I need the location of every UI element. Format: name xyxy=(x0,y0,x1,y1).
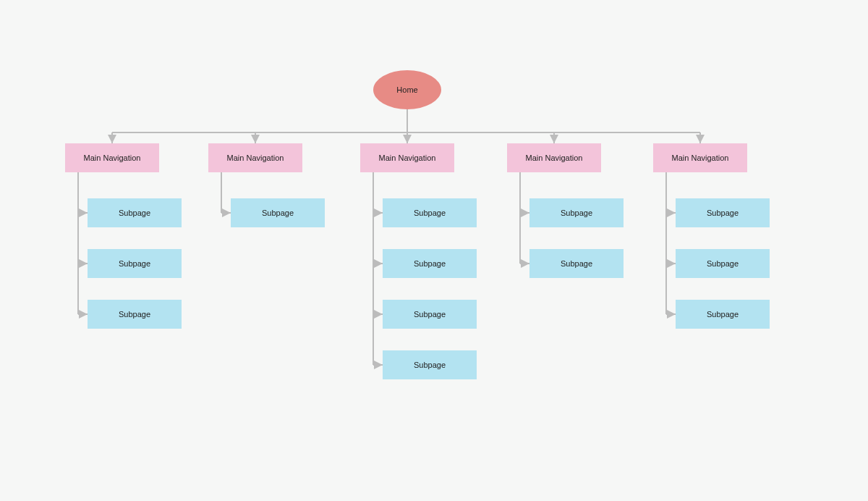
home-node: Home xyxy=(373,70,441,109)
sub-node-5-2-label: Subpage xyxy=(707,259,739,268)
sub-node-1-1-label: Subpage xyxy=(119,209,150,217)
sub-node-1-3-label: Subpage xyxy=(119,310,150,319)
sub-node-1-3: Subpage xyxy=(88,300,182,329)
sub-node-3-2-label: Subpage xyxy=(414,259,446,268)
nav-node-2-label: Main Navigation xyxy=(227,153,284,162)
sub-node-5-3: Subpage xyxy=(676,300,770,329)
nav-node-3-label: Main Navigation xyxy=(379,153,436,162)
sub-node-5-1: Subpage xyxy=(676,198,770,227)
sub-node-2-1: Subpage xyxy=(231,198,325,227)
sub-node-5-3-label: Subpage xyxy=(707,310,739,319)
sub-node-2-1-label: Subpage xyxy=(262,209,294,217)
sub-node-5-1-label: Subpage xyxy=(707,209,739,217)
nav-node-5: Main Navigation xyxy=(653,143,747,172)
home-node-label: Home xyxy=(396,85,417,94)
sub-node-3-4: Subpage xyxy=(383,350,477,379)
sub-node-3-2: Subpage xyxy=(383,249,477,278)
nav-node-4-label: Main Navigation xyxy=(526,153,583,162)
sub-node-4-2: Subpage xyxy=(529,249,624,278)
sub-node-4-1-label: Subpage xyxy=(561,209,592,217)
sub-node-3-4-label: Subpage xyxy=(414,361,446,369)
sub-node-1-2-label: Subpage xyxy=(119,259,150,268)
sub-node-3-1-label: Subpage xyxy=(414,209,446,217)
sub-node-5-2: Subpage xyxy=(676,249,770,278)
sub-node-3-3: Subpage xyxy=(383,300,477,329)
nav-node-2: Main Navigation xyxy=(208,143,302,172)
sub-node-3-1: Subpage xyxy=(383,198,477,227)
nav-node-1-label: Main Navigation xyxy=(84,153,141,162)
nav-node-3: Main Navigation xyxy=(360,143,454,172)
nav-node-4: Main Navigation xyxy=(507,143,601,172)
nav-node-5-label: Main Navigation xyxy=(672,153,729,162)
nav-node-1: Main Navigation xyxy=(65,143,159,172)
sub-node-4-1: Subpage xyxy=(529,198,624,227)
sub-node-3-3-label: Subpage xyxy=(414,310,446,319)
sub-node-4-2-label: Subpage xyxy=(561,259,592,268)
sub-node-1-1: Subpage xyxy=(88,198,182,227)
sub-node-1-2: Subpage xyxy=(88,249,182,278)
